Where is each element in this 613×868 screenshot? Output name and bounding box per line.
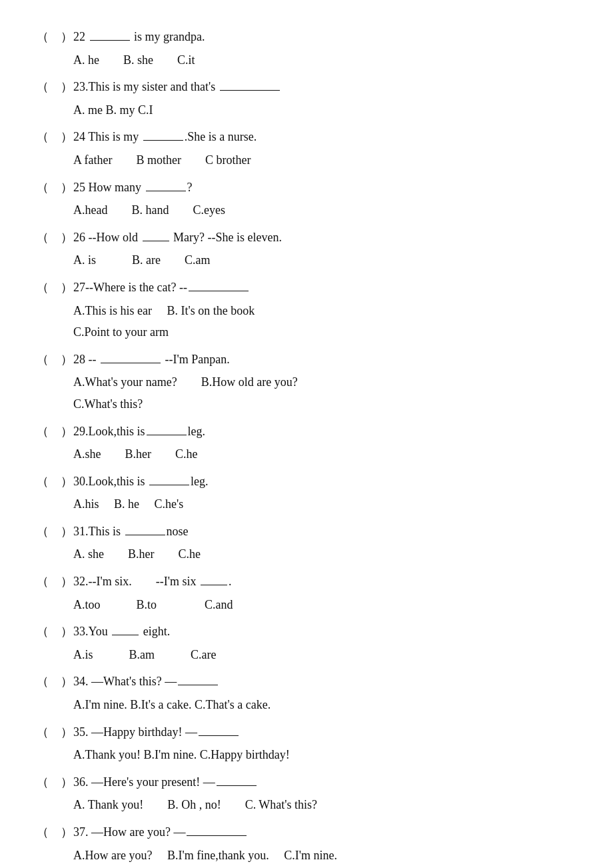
question-26: （ ） 26 --How old Mary? --She is eleven. … (37, 227, 576, 271)
q25-text: 25 How many ? (73, 177, 576, 198)
q31-blank (125, 535, 165, 535)
q28-bracket: （ ） (37, 349, 73, 370)
q28-text: 28 -- --I'm Panpan. (73, 349, 576, 370)
q34-bracket: （ ） (37, 671, 73, 692)
q27-bracket: （ ） (37, 277, 73, 298)
q25-options: A.head B. hand C.eyes (37, 200, 576, 221)
question-29: （ ） 29.Look,this isleg. A.she B.her C.he (37, 421, 576, 465)
q37-blank (187, 835, 247, 836)
q29-bracket: （ ） (37, 421, 73, 442)
question-22: （ ） 22 is my grandpa. A. he B. she C.it (37, 27, 576, 70)
q29-options: A.she B.her C.he (37, 444, 576, 465)
question-32: （ ） 32.--I'm six. --I'm six . A.too B.to… (37, 571, 576, 615)
q29-blank (147, 435, 187, 435)
q26-bracket: （ ） (37, 227, 73, 248)
q22-bracket: （ ） (37, 27, 73, 47)
q35-blank (199, 735, 239, 736)
q36-options: A. Thank you! B. Oh , no! C. What's this… (37, 795, 576, 815)
q32-options: A.too B.to C.and (37, 595, 576, 615)
q26-blank (143, 241, 169, 241)
question-35: （ ） 35. —Happy birthday! — A.Thank you! … (37, 722, 576, 765)
q31-bracket: （ ） (37, 521, 73, 542)
q33-text: 33.You eight. (73, 621, 576, 642)
q30-options: A.his B. he C.he's (37, 494, 576, 515)
question-25: （ ） 25 How many ? A.head B. hand C.eyes (37, 177, 576, 221)
question-37: （ ） 37. —How are you? — A.How are you? B… (37, 822, 576, 865)
exam-content: （ ） 22 is my grandpa. A. he B. she C.it … (37, 27, 576, 868)
q30-text: 30.Look,this is leg. (73, 471, 576, 492)
q37-bracket: （ ） (37, 822, 73, 843)
q35-bracket: （ ） (37, 722, 73, 743)
q34-options: A.I'm nine. B.It's a cake. C.That's a ca… (37, 695, 576, 715)
question-27: （ ） 27--Where is the cat? -- A.This is h… (37, 277, 576, 343)
q29-text: 29.Look,this isleg. (73, 421, 576, 442)
q37-text: 37. —How are you? — (73, 822, 576, 843)
q33-bracket: （ ） (37, 621, 73, 642)
q33-options: A.is B.am C.are (37, 645, 576, 665)
q23-text: 23.This is my sister and that's (73, 77, 576, 97)
q35-options: A.Thank you! B.I'm nine. C.Happy birthda… (37, 745, 576, 765)
question-34: （ ） 34. —What's this? — A.I'm nine. B.It… (37, 671, 576, 715)
question-23: （ ） 23.This is my sister and that's A. m… (37, 77, 576, 120)
q32-bracket: （ ） (37, 571, 73, 592)
q36-text: 36. —Here's your present! — (73, 772, 576, 793)
q22-blank (90, 40, 130, 41)
q25-bracket: （ ） (37, 177, 73, 198)
q34-blank (178, 685, 218, 685)
q23-blank (220, 90, 280, 91)
q24-options: A father B mother C brother (37, 150, 576, 171)
q27-options-1: A.This is his ear B. It's on the book (37, 301, 576, 321)
question-30: （ ） 30.Look,this is leg. A.his B. he C.h… (37, 471, 576, 515)
q36-blank (217, 785, 257, 786)
question-33: （ ） 33.You eight. A.is B.am C.are (37, 621, 576, 665)
question-36: （ ） 36. —Here's your present! — A. Thank… (37, 772, 576, 815)
q28-options-2: C.What's this? (37, 394, 576, 415)
q33-blank (112, 635, 139, 635)
q28-options-1: A.What's your name? B.How old are you? (37, 372, 576, 393)
q23-options: A. me B. my C.I (37, 100, 576, 121)
q36-bracket: （ ） (37, 772, 73, 793)
q37-options: A.How are you? B.I'm fine,thank you. C.I… (37, 845, 576, 866)
q30-blank (149, 485, 189, 485)
q34-text: 34. —What's this? — (73, 671, 576, 692)
q25-blank (146, 191, 186, 191)
q24-text: 24 This is my .She is a nurse. (73, 127, 576, 147)
q24-bracket: （ ） (37, 127, 73, 147)
q22-text: 22 is my grandpa. (73, 27, 576, 47)
q35-text: 35. —Happy birthday! — (73, 722, 576, 743)
question-28: （ ） 28 -- --I'm Panpan. A.What's your na… (37, 349, 576, 415)
q26-text: 26 --How old Mary? --She is eleven. (73, 227, 576, 248)
q27-text: 27--Where is the cat? -- (73, 277, 576, 298)
q23-bracket: （ ） (37, 77, 73, 97)
q27-blank (189, 291, 249, 291)
q31-options: A. she B.her C.he (37, 544, 576, 565)
q24-blank (143, 140, 183, 141)
question-24: （ ） 24 This is my .She is a nurse. A fat… (37, 127, 576, 170)
q31-text: 31.This is nose (73, 521, 576, 542)
q32-text: 32.--I'm six. --I'm six . (73, 571, 576, 592)
q30-bracket: （ ） (37, 471, 73, 492)
q28-blank (101, 363, 161, 363)
question-31: （ ） 31.This is nose A. she B.her C.he (37, 521, 576, 565)
q32-blank (201, 585, 227, 585)
q22-options: A. he B. she C.it (37, 50, 576, 71)
q26-options: A. is B. are C.am (37, 250, 576, 271)
q27-options-2: C.Point to your arm (37, 322, 576, 343)
